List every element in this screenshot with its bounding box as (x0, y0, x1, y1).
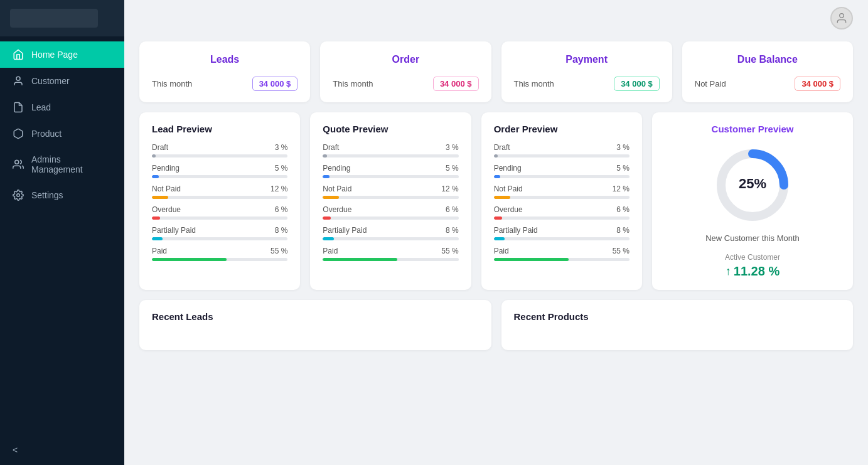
preview-row: Paid55 % (323, 247, 458, 261)
due-balance-card: Due Balance Not Paid 34 000 $ (682, 41, 853, 102)
preview-row-header: Not Paid12 % (152, 184, 287, 193)
progress-bar-bg (152, 216, 287, 220)
preview-row: Pending5 % (323, 164, 458, 178)
preview-row-header: Draft3 % (494, 143, 630, 152)
topbar (124, 0, 868, 36)
sidebar-collapse-button[interactable]: < (0, 435, 124, 465)
donut-percent-label: 25% (739, 176, 766, 191)
preview-row-percent: 3 % (446, 143, 459, 152)
user-avatar[interactable] (830, 7, 853, 29)
quote-preview-card: Quote Preview Draft3 %Pending5 %Not Paid… (310, 112, 471, 290)
new-customer-label: New Customer this Month (705, 233, 800, 243)
preview-row-label: Pending (323, 164, 350, 173)
recent-leads-title: Recent Leads (152, 311, 479, 322)
progress-bar-fill (494, 237, 505, 240)
preview-row-header: Partially Paid8 % (152, 226, 287, 235)
customer-preview-title: Customer Preview (712, 124, 794, 134)
progress-bar-bg (494, 154, 630, 158)
sidebar-item-product[interactable]: Product (0, 120, 124, 147)
lead-preview-title: Lead Preview (152, 124, 287, 134)
progress-bar-bg (494, 258, 630, 261)
sidebar-collapse-label: < (13, 445, 18, 455)
sidebar-item-home[interactable]: Home Page (0, 41, 124, 68)
preview-row-percent: 8 % (616, 226, 630, 235)
preview-row-percent: 5 % (275, 164, 288, 173)
customer-preview-card: Customer Preview 25% New Customer this M… (652, 112, 853, 290)
leads-card-title: Leads (152, 54, 297, 65)
progress-bar-bg (494, 175, 630, 178)
preview-row: Paid55 % (494, 247, 630, 261)
leads-card: Leads This month 34 000 $ (139, 41, 310, 102)
recent-leads-card: Recent Leads (139, 300, 491, 350)
preview-row-header: Overdue6 % (494, 205, 630, 214)
sidebar-item-settings[interactable]: Settings (0, 182, 124, 208)
progress-bar-fill (152, 196, 168, 199)
preview-row-label: Paid (323, 247, 338, 255)
customer-donut-chart: 25% (712, 144, 793, 226)
preview-row: Draft3 % (323, 143, 458, 158)
page-content: Leads This month 34 000 $ Order This mon… (124, 36, 868, 365)
preview-row: Not Paid12 % (494, 184, 630, 199)
preview-row-percent: 6 % (616, 205, 630, 214)
preview-row: Paid55 % (152, 247, 287, 261)
progress-bar-fill (323, 175, 330, 178)
preview-row-label: Not Paid (323, 184, 351, 193)
preview-row-label: Overdue (152, 205, 181, 214)
progress-bar-fill (494, 175, 501, 178)
svg-point-1 (15, 160, 19, 164)
sidebar-item-product-label: Product (31, 129, 62, 139)
sidebar-item-lead[interactable]: Lead (0, 94, 124, 120)
sidebar-item-customer[interactable]: Customer (0, 68, 124, 94)
order-card-value: 34 000 $ (433, 77, 479, 91)
preview-row: Not Paid12 % (323, 184, 458, 199)
summary-cards-row: Leads This month 34 000 $ Order This mon… (139, 41, 853, 102)
sidebar-item-admins[interactable]: Admins Management (0, 147, 124, 182)
sidebar-logo (0, 0, 124, 36)
quote-preview-items: Draft3 %Pending5 %Not Paid12 %Overdue6 %… (323, 143, 458, 261)
active-customer-percent: 11.28 % (734, 264, 780, 279)
file-icon (13, 102, 24, 113)
progress-bar-fill (323, 237, 333, 240)
progress-bar-bg (323, 237, 458, 240)
preview-row-percent: 55 % (441, 247, 458, 255)
payment-card-title: Payment (514, 54, 660, 65)
progress-bar-fill (152, 237, 163, 240)
progress-bar-fill (323, 258, 397, 261)
progress-bar-bg (494, 237, 630, 240)
payment-card-label: This month (514, 79, 554, 88)
preview-row-percent: 3 % (616, 143, 630, 152)
progress-bar-bg (152, 196, 287, 199)
preview-row-header: Paid55 % (152, 247, 287, 255)
preview-row-label: Overdue (494, 205, 523, 214)
preview-row-label: Paid (152, 247, 167, 255)
order-preview-items: Draft3 %Pending5 %Not Paid12 %Overdue6 %… (494, 143, 630, 261)
leads-card-label: This month (152, 79, 192, 88)
sidebar-item-customer-label: Customer (31, 76, 70, 86)
progress-bar-bg (494, 196, 630, 199)
arrow-up-icon: ↑ (726, 265, 731, 278)
progress-bar-bg (152, 154, 287, 158)
sidebar-nav: Home Page Customer Lead Product Admins M… (0, 36, 124, 435)
sidebar-logo-box (10, 9, 98, 28)
leads-card-value: 34 000 $ (252, 77, 298, 91)
preview-row-header: Partially Paid8 % (323, 226, 458, 235)
preview-row: Partially Paid8 % (494, 226, 630, 240)
preview-row-label: Partially Paid (323, 226, 367, 235)
preview-row-label: Paid (494, 247, 509, 255)
sidebar-item-lead-label: Lead (31, 102, 51, 112)
progress-bar-bg (152, 175, 287, 178)
order-card-title: Order (333, 54, 478, 65)
preview-row-percent: 5 % (616, 164, 630, 173)
home-icon (13, 49, 24, 60)
order-card-label: This month (333, 79, 373, 88)
payment-card-value: 34 000 $ (614, 77, 660, 91)
preview-row-header: Draft3 % (152, 143, 287, 152)
preview-row-header: Not Paid12 % (494, 184, 630, 193)
due-balance-card-title: Due Balance (695, 54, 840, 65)
progress-bar-bg (494, 216, 630, 220)
preview-row-percent: 12 % (613, 184, 630, 193)
preview-row-header: Overdue6 % (152, 205, 287, 214)
payment-card: Payment This month 34 000 $ (501, 41, 672, 102)
progress-bar-fill (152, 258, 227, 261)
preview-row-label: Draft (494, 143, 510, 152)
